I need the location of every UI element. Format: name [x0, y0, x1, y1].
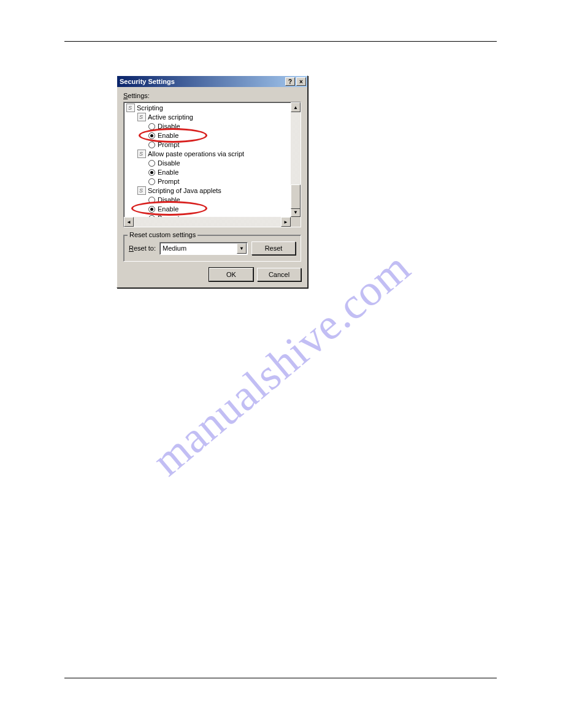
dialog-body: Settings: Scripting Active scripting Dis… [117, 87, 307, 287]
radio-icon [148, 206, 155, 213]
radio-icon [148, 142, 155, 148]
combo-value: Medium [163, 245, 186, 252]
scroll-up-button[interactable]: ▲ [291, 102, 301, 112]
scroll-right-button[interactable]: ► [281, 217, 291, 227]
radio-option[interactable]: Enable [126, 168, 301, 177]
radio-option[interactable]: Disable [126, 122, 301, 131]
page-rule-bottom [64, 678, 497, 678]
radio-icon [148, 178, 155, 185]
titlebar-title: Security Settings [120, 78, 284, 85]
hscroll-track[interactable] [134, 217, 281, 227]
settings-label-rest: ettings: [128, 92, 149, 99]
horizontal-scrollbar[interactable]: ◄ ► [124, 217, 291, 227]
scroll-left-button[interactable]: ◄ [124, 217, 134, 227]
radio-label: Enable [158, 205, 178, 213]
radio-icon [148, 123, 155, 130]
scroll-thumb[interactable] [291, 184, 301, 209]
page-rule-top [64, 41, 497, 42]
vertical-scrollbar[interactable]: ▲ ▼ [291, 102, 301, 217]
tree-content: Scripting Active scripting Disable Enabl… [124, 102, 301, 227]
help-button[interactable]: ? [285, 77, 295, 86]
settings-tree: Scripting Active scripting Disable Enabl… [123, 102, 301, 227]
reset-custom-settings-group: Reset custom settings Reset to: Medium ▼… [123, 235, 301, 262]
reset-label-rest: eset to: [134, 245, 156, 252]
ok-button[interactable]: OK [209, 268, 253, 281]
dialog-button-row: OK Cancel [123, 268, 301, 281]
radio-label: Disable [158, 123, 180, 130]
script-icon [137, 186, 146, 195]
radio-option[interactable]: Disable [126, 195, 301, 205]
tree-group-label: Active scripting [148, 113, 193, 121]
radio-option[interactable]: Prompt [126, 177, 301, 186]
tree-scripting: Scripting [126, 104, 301, 113]
radio-option[interactable]: Prompt [126, 140, 301, 150]
radio-label: Enable [158, 169, 178, 176]
scroll-track[interactable] [291, 112, 301, 207]
reset-button[interactable]: Reset [251, 241, 296, 255]
radio-icon [148, 132, 155, 139]
radio-option[interactable]: Enable [126, 205, 301, 214]
script-icon [137, 113, 146, 121]
titlebar[interactable]: Security Settings ? × [117, 76, 307, 87]
reset-legend: Reset custom settings [128, 231, 197, 238]
radio-label: Enable [158, 132, 178, 139]
radio-option[interactable]: Enable [126, 131, 301, 140]
radio-label: Disable [158, 159, 180, 167]
reset-label-accel: R [129, 245, 134, 252]
chevron-down-icon[interactable]: ▼ [237, 243, 247, 254]
radio-icon [148, 197, 155, 203]
script-icon [126, 104, 135, 112]
tree-group-label: Allow paste operations via script [148, 150, 244, 157]
tree-active-scripting: Active scripting [126, 113, 301, 122]
close-button[interactable]: × [296, 77, 306, 86]
script-icon [137, 150, 146, 158]
tree-allow-paste: Allow paste operations via script [126, 150, 301, 159]
reset-to-label: Reset to: [129, 245, 156, 252]
radio-label: Disable [158, 196, 180, 203]
radio-label: Prompt [158, 178, 179, 185]
tree-group-label: Scripting of Java applets [148, 187, 221, 194]
radio-option[interactable]: Disable [126, 159, 301, 168]
tree-scripting-label: Scripting [137, 104, 163, 112]
settings-label: Settings: [123, 92, 301, 99]
radio-icon [148, 169, 155, 176]
scroll-corner [291, 217, 301, 227]
tree-java-applets: Scripting of Java applets [126, 186, 301, 195]
security-settings-dialog: Security Settings ? × Settings: Scriptin… [117, 75, 308, 288]
cancel-button[interactable]: Cancel [257, 268, 301, 281]
reset-to-combo[interactable]: Medium ▼ [159, 242, 248, 255]
radio-icon [148, 160, 155, 167]
radio-label: Prompt [158, 141, 179, 148]
